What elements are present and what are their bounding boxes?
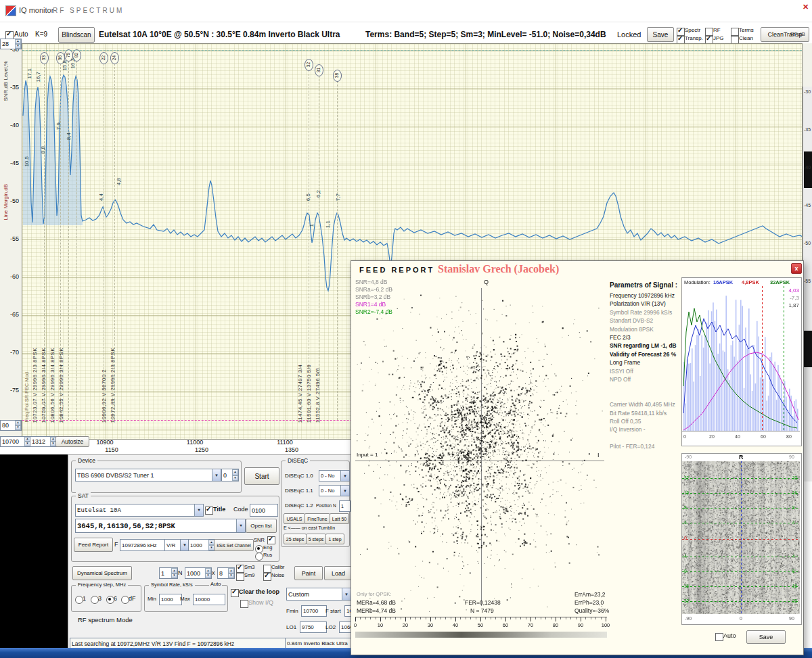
ruler-tick — [405, 617, 406, 621]
clear-loop-checkbox[interactable] — [231, 589, 239, 597]
min-field[interactable]: 1000 — [159, 594, 182, 605]
feed-close-button[interactable]: x — [791, 263, 802, 274]
latt-button[interactable]: Latt 50 — [330, 513, 349, 524]
ruler-minor-tick — [585, 617, 586, 619]
transponder-label: 10806,56 V 29996 3/4 8PSK — [49, 348, 55, 423]
loop-count-spinner[interactable]: 1▲▼ — [159, 567, 178, 579]
peak-value-label: 16,3 — [70, 58, 76, 69]
sm9-checkbox[interactable] — [236, 573, 244, 581]
code-field[interactable]: 0100 — [250, 504, 278, 517]
y-axis-right-label: -35 — [804, 127, 811, 132]
snr-checkbox-label: SNR — [254, 537, 265, 543]
tuner-select[interactable]: TBS 6908 DVBS/S2 Tuner 1▼ — [75, 469, 221, 481]
feed-auto-checkbox[interactable] — [715, 633, 723, 641]
scroll-block-bottom[interactable] — [804, 331, 812, 367]
range-bottom-spinner[interactable]: 80▲▼ — [0, 420, 22, 431]
chevron-down-icon[interactable]: ▼ — [212, 469, 221, 481]
noise-checkbox[interactable] — [263, 573, 271, 581]
symbolrate-spinner[interactable]: 1000▲▼ — [188, 539, 215, 551]
transponder-select[interactable]: 3645,R,16130,56,S2;8PSK▼ — [75, 519, 246, 533]
steps-1-button[interactable]: 1 step — [325, 534, 344, 544]
chevron-down-icon[interactable]: ▼ — [194, 504, 203, 516]
paint-button[interactable]: Paint — [294, 566, 323, 580]
diseqc11-select[interactable]: 0 - No▼ — [319, 485, 350, 496]
transponder-label: 10972,89 V 29996 2/3 8PSK — [110, 348, 116, 423]
open-list-button[interactable]: Open list — [246, 519, 277, 533]
chevron-down-icon[interactable]: ▼ — [340, 486, 349, 496]
ruler-minor-tick — [470, 617, 471, 619]
toolbar-checkbox-terms[interactable] — [731, 28, 739, 36]
chevron-down-icon[interactable]: ▼ — [342, 588, 351, 600]
y-axis-right-strip[interactable]: -30-35-40-45-50-55 — [803, 87, 812, 481]
snr-checkbox[interactable] — [267, 536, 275, 544]
ruler-minor-tick — [541, 617, 541, 619]
eng-radio-label: Eng — [263, 544, 272, 550]
ruler-tick — [380, 617, 381, 621]
snr-readout: SNRb=3,2 dB — [355, 293, 390, 300]
frequency-step-label: Frequency step, MHz — [76, 582, 128, 588]
show-iq-checkbox[interactable] — [240, 600, 248, 608]
y-axis-label: -55 — [10, 235, 19, 242]
erram-readout: ErrAm=23,2 — [574, 591, 606, 598]
steps-25-button[interactable]: 25 steps — [284, 534, 307, 544]
r-scale-label-left: 4 — [684, 520, 687, 525]
transponder-label: 10906,92 V 56700 2 — [101, 369, 107, 423]
feed-save-button[interactable]: Save — [746, 630, 786, 644]
frequency-label: F — [114, 541, 118, 548]
y-axis-label: -75 — [10, 387, 19, 394]
diseqc10-select[interactable]: 0 - No▼ — [319, 470, 350, 481]
fmin-field[interactable]: 10700 — [301, 605, 327, 617]
app-title: IQ monitor — [19, 6, 53, 14]
ruler-number: 60 — [500, 622, 511, 628]
r-bottom-mid-label: 0 — [740, 616, 742, 621]
rus-radio[interactable] — [255, 553, 263, 561]
usals-button[interactable]: USALS — [284, 513, 305, 524]
finetune-button[interactable]: FineTune — [304, 513, 330, 524]
blindscan-tab[interactable]: Blindscan — [58, 27, 95, 43]
marker-badge[interactable]: 31 — [315, 64, 323, 76]
lo1-label: LO1 — [286, 624, 296, 630]
y-axis-right-label: -30 — [804, 89, 811, 94]
chevron-down-icon[interactable]: ▼ — [340, 471, 349, 481]
steps-5-button[interactable]: 5 steps — [306, 534, 326, 544]
x-spinner[interactable]: 8▲▼ — [217, 567, 235, 579]
feed-report-button[interactable]: Feed Report — [74, 538, 113, 552]
range-top-spinner[interactable]: 28▲▼ — [0, 39, 22, 49]
scroll-block-top[interactable] — [804, 151, 812, 188]
marker-badge[interactable]: 38 — [333, 70, 342, 82]
position-spinner[interactable]: 1 — [339, 500, 351, 512]
calibr-label: Calibr — [271, 564, 285, 570]
ruler-minor-tick — [495, 617, 496, 619]
close-icon[interactable]: ✕ — [803, 3, 809, 11]
dynamical-spectrum-button[interactable]: Dynamical Spectrum — [72, 566, 132, 580]
y-axis-label: -45 — [10, 160, 19, 166]
set-channel-button[interactable]: kS/s Set Channel — [214, 539, 254, 551]
chevron-down-icon[interactable]: ▼ — [236, 519, 245, 532]
histogram-x-ticks: 020406080 — [682, 278, 801, 444]
top-threshold-line — [22, 50, 802, 51]
start-button[interactable]: Start — [244, 467, 279, 485]
max-field[interactable]: 10000 — [193, 594, 225, 605]
ruler-minor-tick — [591, 617, 591, 619]
feed-auto-label: Auto — [723, 632, 736, 639]
save-spectrum-button[interactable]: Save — [647, 27, 674, 42]
signal-param: Carrier Width 40,495 MHz — [610, 401, 675, 408]
r-scale-label-left: 4 — [684, 554, 687, 559]
peak-value-label: 6,5 — [305, 193, 311, 201]
lo1-field[interactable]: 9750 — [300, 621, 327, 633]
tuner-index-spinner[interactable]: 0▲▼ — [221, 469, 239, 481]
satellite-select[interactable]: Eutelsat 10A▼ — [75, 504, 204, 517]
frequency-field[interactable]: 10972896 kHz — [120, 539, 167, 551]
ruler-minor-tick — [360, 617, 361, 619]
marker-badge[interactable]: 22 — [99, 52, 108, 64]
custom-select[interactable]: Custom▼ — [286, 588, 351, 601]
sm3-checkbox[interactable] — [236, 565, 244, 573]
marker-badge[interactable]: 32 — [304, 59, 313, 71]
load-button[interactable]: Load — [324, 566, 353, 580]
title-checkbox[interactable] — [205, 507, 213, 515]
n-spinner[interactable]: 1000▲▼ — [185, 567, 212, 579]
signal-param: NPD Off — [610, 376, 631, 383]
marker-badge[interactable]: 03 — [40, 52, 49, 64]
polarization-select[interactable]: V/R▼ — [164, 539, 189, 551]
marker-badge[interactable]: 24 — [110, 52, 119, 64]
